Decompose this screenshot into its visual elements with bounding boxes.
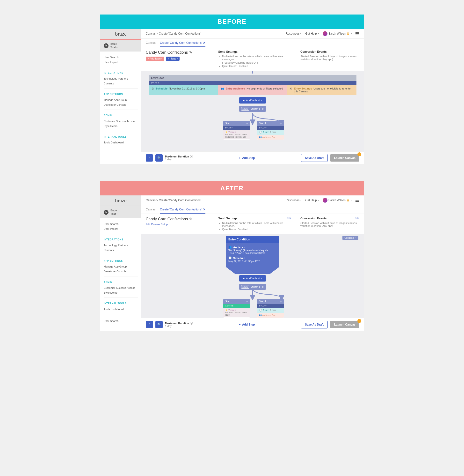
- sidebar-item-user-import[interactable]: User Import: [104, 226, 138, 231]
- pencil-icon[interactable]: ✎: [189, 217, 192, 221]
- clock-icon: 🕐: [259, 309, 262, 312]
- sidebar-item-currents[interactable]: Currents: [104, 81, 138, 86]
- calendar-icon: 🗓: [152, 87, 154, 90]
- step-card-2[interactable]: Step 2⚙ DRAFT 🕐 Delay: 1 hour 👥 Audience…: [257, 299, 284, 317]
- tabs: Canvas Create 'Candy Corn Confections'✕: [141, 205, 364, 214]
- max-duration-value: 1 day: [165, 158, 193, 161]
- entry-settings-card[interactable]: ⚙ Entry Settings Users are not eligible …: [287, 85, 357, 95]
- save-draft-button[interactable]: Save As Draft: [301, 154, 328, 162]
- sidebar-item-user-search[interactable]: User Search: [104, 55, 138, 60]
- tags-button[interactable]: 🏷 Tags ▾: [166, 57, 180, 61]
- add-step-button[interactable]: + Add Step: [239, 156, 255, 160]
- canvas-area: Entry Step DRAFT 🗓 Schedule November 21,…: [141, 71, 364, 151]
- get-help-link[interactable]: Get Help ▾: [305, 198, 319, 202]
- step-card-1[interactable]: Step⚙ ACTIVE ⚡ Triggers Perform Custom E…: [223, 299, 250, 317]
- org-icon: b: [104, 210, 108, 215]
- tab-canvas[interactable]: Canvas: [146, 41, 156, 47]
- add-variant-button[interactable]: + Add Variant ▾: [239, 97, 266, 104]
- up-button[interactable]: ^: [146, 154, 153, 162]
- tab-create[interactable]: Create 'Candy Corn Confections'✕: [160, 41, 206, 47]
- step-card-2[interactable]: Step 2⚙ DRAFT 🕐 Delay: 1 hour 👥 Audience…: [257, 121, 284, 139]
- send-settings-edit-link[interactable]: Edit: [287, 217, 291, 220]
- sidebar-item-manage-app-group[interactable]: Manage App Group: [104, 98, 138, 102]
- launch-canvas-button[interactable]: Launch Canvas: [330, 321, 359, 328]
- audience-op-label: Audience Op-: [262, 136, 275, 138]
- gear-icon: ⚙: [290, 87, 292, 90]
- add-team-button[interactable]: + Add Team ▾: [146, 57, 164, 61]
- sidebar-item-user-import[interactable]: User Import: [104, 60, 138, 65]
- main-area: Canvas > Create 'Candy Corn Confections'…: [141, 29, 364, 164]
- tabs: Canvas Create 'Candy Corn Confections'✕: [141, 39, 364, 47]
- conversion-events-edit-link[interactable]: Edit: [355, 217, 359, 220]
- variant-name: Variant 1: [251, 108, 260, 110]
- sidebar-item-dev-console[interactable]: Developer Console: [104, 269, 138, 274]
- add-variant-button[interactable]: + Add Variant ▾: [239, 275, 266, 282]
- sidebar-org-selector[interactable]: b Braze Test ▾: [100, 40, 141, 51]
- sidebar-item-currents[interactable]: Currents: [104, 248, 138, 253]
- sidebar-item-tech-partners[interactable]: Technology Partners: [104, 243, 138, 248]
- pencil-icon[interactable]: ✎: [189, 50, 192, 55]
- send-settings-list: No limitations on the rate at which user…: [222, 55, 291, 68]
- step-name: Step: [225, 300, 230, 303]
- close-icon[interactable]: ✕: [203, 208, 205, 211]
- sidebar-org-selector[interactable]: b Braze Test ▾: [100, 206, 141, 218]
- entry-schedule-card[interactable]: 🗓 Schedule November 21, 2018 at 3:30pm: [149, 85, 218, 95]
- canvas-title: Candy Corn Confections ✎: [146, 50, 209, 55]
- user-menu[interactable]: Sarah Wilson ♛ ▾: [323, 198, 352, 203]
- sidebar-item-csa[interactable]: Customer Success Access: [104, 119, 138, 124]
- user-menu[interactable]: Sarah Wilson ♛ ▾: [323, 31, 352, 36]
- conversion-events-text: Started Session within 3 days of longest…: [300, 222, 359, 227]
- sidebar-item-tools-dashboard[interactable]: Tools Dashboard: [104, 307, 138, 312]
- breadcrumb: Canvas > Create 'Candy Corn Confections': [146, 32, 201, 35]
- sidebar-item-tech-partners[interactable]: Technology Partners: [104, 76, 138, 81]
- up-button[interactable]: ^: [146, 321, 153, 328]
- launch-canvas-button[interactable]: Launch Canvas: [330, 154, 359, 162]
- get-help-link[interactable]: Get Help ▾: [305, 32, 319, 35]
- search-button[interactable]: 🔍: [155, 154, 163, 162]
- add-step-button[interactable]: + Add Step: [239, 323, 255, 326]
- sidebar-item-user-search-2[interactable]: User Search: [104, 318, 138, 323]
- schedule-label: Schedule: [233, 257, 245, 259]
- conversion-events-text: Started Session within 3 days of longest…: [300, 55, 359, 61]
- gear-icon[interactable]: ⚙: [262, 286, 264, 288]
- funnel-shape: [226, 267, 279, 274]
- tab-create[interactable]: Create 'Candy Corn Confections'✕: [160, 208, 206, 214]
- sidebar-item-tools-dashboard[interactable]: Tools Dashboard: [104, 140, 138, 145]
- sidebar-item-dev-console[interactable]: Developer Console: [104, 102, 138, 107]
- gear-icon[interactable]: ⚙: [246, 122, 248, 125]
- hamburger-icon[interactable]: [356, 199, 359, 202]
- step-card-1[interactable]: Step⚙ DRAFT ⚡ Triggers Perform Custom Ev…: [223, 121, 250, 139]
- close-icon[interactable]: ✕: [203, 41, 205, 45]
- send-settings-heading: Send Settings: [218, 217, 238, 220]
- resources-link[interactable]: Resources ▾: [286, 198, 301, 202]
- sidebar-item-csa[interactable]: Customer Success Access: [104, 285, 138, 290]
- step-status: DRAFT: [223, 126, 250, 130]
- edit-canvas-setup-link[interactable]: Edit Canvas Setup: [146, 223, 209, 226]
- save-draft-button[interactable]: Save As Draft: [301, 321, 328, 328]
- send-settings-list: No limitations on the rate at which user…: [222, 222, 291, 231]
- entry-condition-block[interactable]: Entry Condition 👥Audience "Mr. Snoozy" (…: [226, 236, 279, 267]
- collapse-button[interactable]: Collapse ⌃: [342, 236, 358, 240]
- gear-icon[interactable]: ⚙: [246, 300, 248, 303]
- entry-step-block[interactable]: Entry Step DRAFT 🗓 Schedule November 21,…: [149, 75, 357, 95]
- gear-icon[interactable]: ⚙: [280, 122, 282, 125]
- sidebar-item-manage-app-group[interactable]: Manage App Group: [104, 264, 138, 269]
- schedule-text: May 22, 2018 at 1:30pm PDT: [228, 260, 277, 263]
- variant-chip[interactable]: 100% Variant 1 ⚙: [239, 284, 266, 290]
- info-icon[interactable]: i: [190, 155, 193, 158]
- hamburger-icon[interactable]: [356, 32, 359, 35]
- search-button[interactable]: 🔍: [155, 321, 163, 328]
- gear-icon[interactable]: ⚙: [280, 300, 282, 303]
- sidebar-item-user-search[interactable]: User Search: [104, 222, 138, 226]
- variant-chip[interactable]: 100% Variant 1 ⚙: [239, 106, 266, 112]
- entry-audience-card[interactable]: 👥 Entry Audience No segments or filters …: [218, 85, 287, 95]
- resources-link[interactable]: Resources ▾: [286, 32, 301, 35]
- summary-row: Candy Corn Confections ✎ + Add Team ▾ 🏷 …: [141, 47, 364, 71]
- avatar: [323, 198, 328, 203]
- gear-icon[interactable]: ⚙: [262, 108, 264, 110]
- sidebar-item-style-demo[interactable]: Style Demo: [104, 124, 138, 129]
- tab-canvas[interactable]: Canvas: [146, 208, 156, 214]
- info-icon[interactable]: i: [190, 322, 193, 325]
- conversion-events-heading: Conversion Events: [300, 50, 327, 53]
- sidebar-item-style-demo[interactable]: Style Demo: [104, 290, 138, 295]
